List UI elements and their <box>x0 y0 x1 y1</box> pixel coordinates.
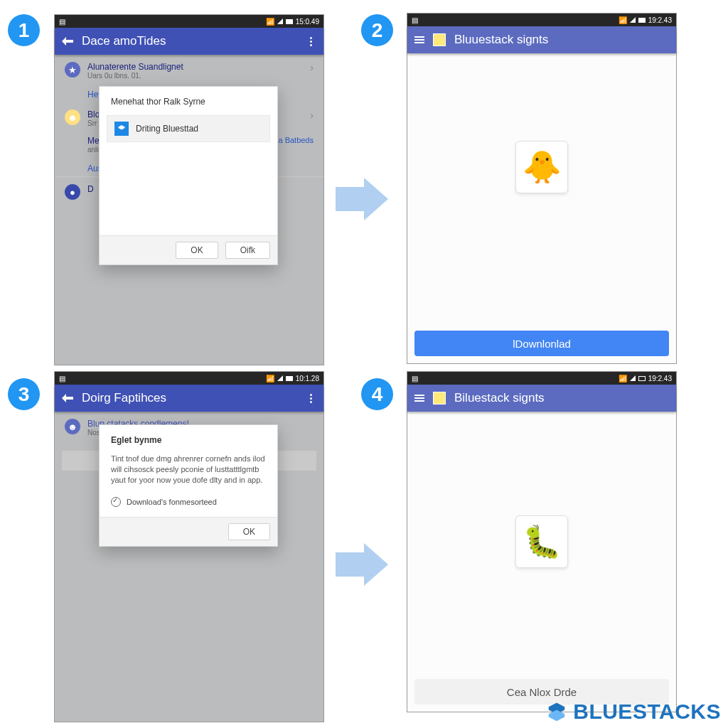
step-badge-2: 2 <box>361 14 393 46</box>
signal-icon <box>630 375 636 381</box>
app-tile[interactable]: 🐥 <box>515 141 568 193</box>
content-area: 🐛 Cea Nlox Drde <box>407 412 676 712</box>
status-bar: ▤ 📶 10:1.28 <box>55 372 323 385</box>
status-time: 19:2.43 <box>648 16 672 24</box>
battery-icon <box>638 18 646 23</box>
ok-button[interactable]: OK <box>228 523 270 540</box>
status-time: 15:0.49 <box>296 18 319 26</box>
step-badge-4: 4 <box>361 378 393 410</box>
back-button[interactable] <box>62 36 73 46</box>
step-badge-3: 3 <box>8 378 40 410</box>
dialog-button-bar: OK <box>100 517 277 546</box>
brand-label: BLUESTACKS <box>573 700 721 724</box>
download-label: lDownlonlad <box>513 338 571 350</box>
wifi-icon: 📶 <box>266 375 274 382</box>
arrow-right-bottom <box>336 543 388 586</box>
battery-icon <box>638 376 646 381</box>
download-button[interactable]: lDownlonlad <box>414 331 669 356</box>
note-icon: ▤ <box>412 375 418 382</box>
bluestacks-logo-icon <box>546 701 567 722</box>
status-bar: ▤ 📶 19:2.43 <box>407 372 676 385</box>
page-title: Dace amoTides <box>82 34 166 48</box>
dialog-button-bar: OK Oifk <box>100 235 277 264</box>
dialog-overlay: Menehat thor Ralk Syrne Driting Bluestta… <box>55 55 323 365</box>
battery-icon <box>286 19 293 24</box>
content-area: ☻ Blup ctatacks condlemens! Nosil Eglet … <box>55 412 323 722</box>
status-bar: ▤ 📶 15:0.49 <box>55 15 323 28</box>
signal-icon <box>630 17 636 23</box>
dialog-title: Eglet bynme <box>100 425 277 454</box>
dialog-body: Tint tnof due dmg ahrenrer cornefn ands … <box>100 454 277 493</box>
ok-button[interactable]: OK <box>176 242 218 259</box>
menu-button[interactable] <box>414 36 424 43</box>
note-icon: ▤ <box>59 18 65 26</box>
chooser-dialog: Menehat thor Ralk Syrne Driting Bluestta… <box>99 86 278 265</box>
chick-icon: 🐥 <box>523 149 562 186</box>
arrow-right-top <box>336 178 388 220</box>
page-title: Biluestack signts <box>454 391 545 405</box>
app-bar: Dace amoTides <box>55 28 323 55</box>
content-area: ★ Alunaterente Suandlignet Uars 0u lbns.… <box>55 55 323 365</box>
bluestacks-brand: BLUESTACKS <box>546 700 721 724</box>
app-icon <box>433 392 446 405</box>
dialog-overlay: Eglet bynme Tint tnof due dmg ahrenrer c… <box>55 412 323 722</box>
wifi-icon: 📶 <box>619 16 627 24</box>
content-area: 🐥 lDownlonlad <box>407 53 676 363</box>
dialog-option[interactable]: Driting Bluesttad <box>107 115 270 142</box>
signal-icon <box>277 18 283 24</box>
secondary-action-label: Cea Nlox Drde <box>507 686 577 698</box>
dialog-alt-button[interactable]: Oifk <box>225 242 270 259</box>
signal-icon <box>277 375 283 381</box>
back-button[interactable] <box>62 393 73 403</box>
note-icon: ▤ <box>412 16 418 24</box>
screen-step-2: ▤ 📶 19:2.43 Bluuestack signts 🐥 lDownlon… <box>407 13 677 364</box>
bluestacks-app-icon <box>114 122 129 136</box>
battery-icon <box>286 376 293 381</box>
status-time: 10:1.28 <box>296 375 319 382</box>
status-time: 19:2.43 <box>648 375 672 382</box>
menu-button[interactable] <box>414 395 424 402</box>
step-badge-1: 1 <box>8 14 40 46</box>
dialog-checkbox-row[interactable]: Download's fonmesorteed <box>100 493 277 517</box>
info-dialog: Eglet bynme Tint tnof due dmg ahrenrer c… <box>99 424 278 547</box>
page-title: Doirg Faptihces <box>82 391 166 405</box>
wifi-icon: 📶 <box>619 375 627 382</box>
wifi-icon: 📶 <box>266 18 274 26</box>
screen-step-3: ▤ 📶 10:1.28 Doirg Faptihces ☻ Blup ctata… <box>54 371 324 722</box>
app-tile[interactable]: 🐛 <box>515 515 568 568</box>
screen-step-4: ▤ 📶 19:2.43 Biluestack signts 🐛 Cea Nlox… <box>407 371 677 712</box>
check-icon <box>111 497 121 507</box>
overflow-menu[interactable] <box>306 33 316 50</box>
app-icon <box>433 33 446 46</box>
dialog-option-label: Driting Bluesttad <box>136 124 198 134</box>
screen-step-1: ▤ 📶 15:0.49 Dace amoTides ★ Alunaterente… <box>54 14 324 365</box>
bug-icon: 🐛 <box>523 523 562 560</box>
dialog-title: Menehat thor Ralk Syrne <box>100 87 277 115</box>
overflow-menu[interactable] <box>306 390 316 407</box>
dialog-checkbox-label: Download's fonmesorteed <box>127 498 217 506</box>
app-bar: Doirg Faptihces <box>55 385 323 412</box>
note-icon: ▤ <box>59 375 65 382</box>
